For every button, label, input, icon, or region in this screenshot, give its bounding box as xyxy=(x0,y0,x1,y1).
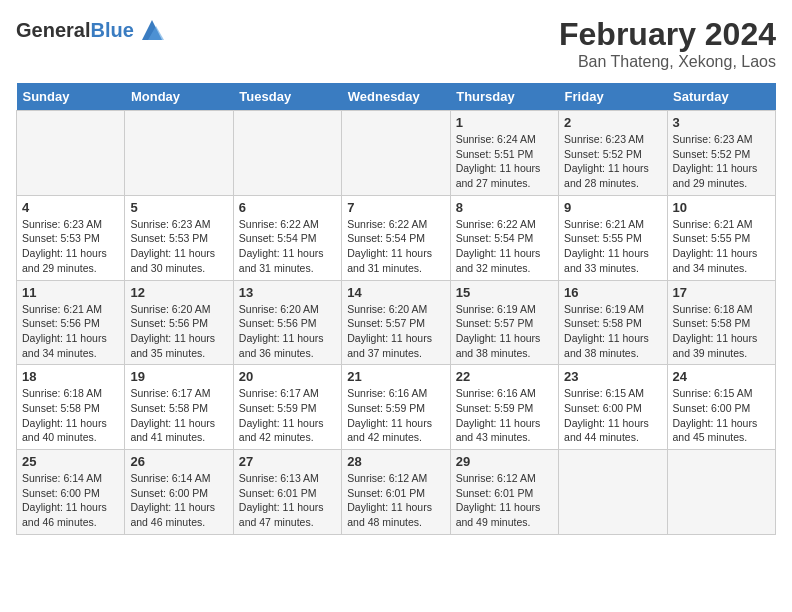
day-number: 5 xyxy=(130,200,227,215)
calendar-week-5: 25Sunrise: 6:14 AMSunset: 6:00 PMDayligh… xyxy=(17,450,776,535)
calendar-cell: 24Sunrise: 6:15 AMSunset: 6:00 PMDayligh… xyxy=(667,365,775,450)
calendar-week-4: 18Sunrise: 6:18 AMSunset: 5:58 PMDayligh… xyxy=(17,365,776,450)
day-info: Sunrise: 6:18 AMSunset: 5:58 PMDaylight:… xyxy=(22,386,119,445)
calendar-cell xyxy=(233,111,341,196)
day-info: Sunrise: 6:19 AMSunset: 5:57 PMDaylight:… xyxy=(456,302,553,361)
day-number: 10 xyxy=(673,200,770,215)
day-number: 1 xyxy=(456,115,553,130)
day-number: 29 xyxy=(456,454,553,469)
day-info: Sunrise: 6:22 AMSunset: 5:54 PMDaylight:… xyxy=(456,217,553,276)
calendar-cell: 26Sunrise: 6:14 AMSunset: 6:00 PMDayligh… xyxy=(125,450,233,535)
day-number: 19 xyxy=(130,369,227,384)
calendar-cell: 23Sunrise: 6:15 AMSunset: 6:00 PMDayligh… xyxy=(559,365,667,450)
day-info: Sunrise: 6:23 AMSunset: 5:53 PMDaylight:… xyxy=(22,217,119,276)
weekday-header-wednesday: Wednesday xyxy=(342,83,450,111)
calendar-cell: 17Sunrise: 6:18 AMSunset: 5:58 PMDayligh… xyxy=(667,280,775,365)
calendar-cell: 7Sunrise: 6:22 AMSunset: 5:54 PMDaylight… xyxy=(342,195,450,280)
day-number: 9 xyxy=(564,200,661,215)
calendar-cell: 18Sunrise: 6:18 AMSunset: 5:58 PMDayligh… xyxy=(17,365,125,450)
weekday-header-sunday: Sunday xyxy=(17,83,125,111)
day-number: 4 xyxy=(22,200,119,215)
day-info: Sunrise: 6:17 AMSunset: 5:59 PMDaylight:… xyxy=(239,386,336,445)
calendar-cell: 11Sunrise: 6:21 AMSunset: 5:56 PMDayligh… xyxy=(17,280,125,365)
day-info: Sunrise: 6:12 AMSunset: 6:01 PMDaylight:… xyxy=(456,471,553,530)
day-info: Sunrise: 6:21 AMSunset: 5:55 PMDaylight:… xyxy=(673,217,770,276)
day-info: Sunrise: 6:24 AMSunset: 5:51 PMDaylight:… xyxy=(456,132,553,191)
day-info: Sunrise: 6:15 AMSunset: 6:00 PMDaylight:… xyxy=(673,386,770,445)
calendar-cell: 4Sunrise: 6:23 AMSunset: 5:53 PMDaylight… xyxy=(17,195,125,280)
day-info: Sunrise: 6:22 AMSunset: 5:54 PMDaylight:… xyxy=(239,217,336,276)
day-info: Sunrise: 6:14 AMSunset: 6:00 PMDaylight:… xyxy=(22,471,119,530)
calendar-cell: 16Sunrise: 6:19 AMSunset: 5:58 PMDayligh… xyxy=(559,280,667,365)
calendar-cell: 25Sunrise: 6:14 AMSunset: 6:00 PMDayligh… xyxy=(17,450,125,535)
calendar-cell: 27Sunrise: 6:13 AMSunset: 6:01 PMDayligh… xyxy=(233,450,341,535)
logo-icon xyxy=(138,16,166,44)
day-info: Sunrise: 6:22 AMSunset: 5:54 PMDaylight:… xyxy=(347,217,444,276)
day-number: 3 xyxy=(673,115,770,130)
day-number: 27 xyxy=(239,454,336,469)
day-info: Sunrise: 6:23 AMSunset: 5:53 PMDaylight:… xyxy=(130,217,227,276)
day-info: Sunrise: 6:23 AMSunset: 5:52 PMDaylight:… xyxy=(673,132,770,191)
day-number: 18 xyxy=(22,369,119,384)
calendar-cell: 10Sunrise: 6:21 AMSunset: 5:55 PMDayligh… xyxy=(667,195,775,280)
day-number: 22 xyxy=(456,369,553,384)
weekday-header-monday: Monday xyxy=(125,83,233,111)
day-number: 21 xyxy=(347,369,444,384)
calendar-cell: 2Sunrise: 6:23 AMSunset: 5:52 PMDaylight… xyxy=(559,111,667,196)
day-number: 12 xyxy=(130,285,227,300)
day-info: Sunrise: 6:13 AMSunset: 6:01 PMDaylight:… xyxy=(239,471,336,530)
day-info: Sunrise: 6:20 AMSunset: 5:56 PMDaylight:… xyxy=(239,302,336,361)
day-number: 23 xyxy=(564,369,661,384)
weekday-header-thursday: Thursday xyxy=(450,83,558,111)
calendar-cell: 29Sunrise: 6:12 AMSunset: 6:01 PMDayligh… xyxy=(450,450,558,535)
day-number: 20 xyxy=(239,369,336,384)
calendar-week-1: 1Sunrise: 6:24 AMSunset: 5:51 PMDaylight… xyxy=(17,111,776,196)
logo-blue: Blue xyxy=(90,19,133,41)
weekday-header-tuesday: Tuesday xyxy=(233,83,341,111)
day-info: Sunrise: 6:23 AMSunset: 5:52 PMDaylight:… xyxy=(564,132,661,191)
calendar-cell: 8Sunrise: 6:22 AMSunset: 5:54 PMDaylight… xyxy=(450,195,558,280)
day-info: Sunrise: 6:21 AMSunset: 5:56 PMDaylight:… xyxy=(22,302,119,361)
calendar-cell xyxy=(17,111,125,196)
calendar-cell: 9Sunrise: 6:21 AMSunset: 5:55 PMDaylight… xyxy=(559,195,667,280)
calendar-week-3: 11Sunrise: 6:21 AMSunset: 5:56 PMDayligh… xyxy=(17,280,776,365)
day-number: 26 xyxy=(130,454,227,469)
day-number: 15 xyxy=(456,285,553,300)
calendar-cell: 3Sunrise: 6:23 AMSunset: 5:52 PMDaylight… xyxy=(667,111,775,196)
weekday-header-saturday: Saturday xyxy=(667,83,775,111)
day-number: 24 xyxy=(673,369,770,384)
weekday-header-row: SundayMondayTuesdayWednesdayThursdayFrid… xyxy=(17,83,776,111)
page-header: GeneralBlue February 2024 Ban Thateng, X… xyxy=(16,16,776,71)
day-info: Sunrise: 6:17 AMSunset: 5:58 PMDaylight:… xyxy=(130,386,227,445)
day-info: Sunrise: 6:21 AMSunset: 5:55 PMDaylight:… xyxy=(564,217,661,276)
calendar-table: SundayMondayTuesdayWednesdayThursdayFrid… xyxy=(16,83,776,535)
calendar-cell: 15Sunrise: 6:19 AMSunset: 5:57 PMDayligh… xyxy=(450,280,558,365)
day-info: Sunrise: 6:20 AMSunset: 5:56 PMDaylight:… xyxy=(130,302,227,361)
logo-general: General xyxy=(16,19,90,41)
calendar-cell xyxy=(125,111,233,196)
day-info: Sunrise: 6:20 AMSunset: 5:57 PMDaylight:… xyxy=(347,302,444,361)
weekday-header-friday: Friday xyxy=(559,83,667,111)
day-number: 7 xyxy=(347,200,444,215)
day-number: 17 xyxy=(673,285,770,300)
calendar-cell: 20Sunrise: 6:17 AMSunset: 5:59 PMDayligh… xyxy=(233,365,341,450)
calendar-cell: 5Sunrise: 6:23 AMSunset: 5:53 PMDaylight… xyxy=(125,195,233,280)
calendar-cell xyxy=(559,450,667,535)
calendar-cell: 14Sunrise: 6:20 AMSunset: 5:57 PMDayligh… xyxy=(342,280,450,365)
calendar-cell: 28Sunrise: 6:12 AMSunset: 6:01 PMDayligh… xyxy=(342,450,450,535)
day-number: 14 xyxy=(347,285,444,300)
calendar-cell: 22Sunrise: 6:16 AMSunset: 5:59 PMDayligh… xyxy=(450,365,558,450)
calendar-cell: 12Sunrise: 6:20 AMSunset: 5:56 PMDayligh… xyxy=(125,280,233,365)
logo: GeneralBlue xyxy=(16,16,166,44)
calendar-week-2: 4Sunrise: 6:23 AMSunset: 5:53 PMDaylight… xyxy=(17,195,776,280)
day-number: 2 xyxy=(564,115,661,130)
calendar-cell: 13Sunrise: 6:20 AMSunset: 5:56 PMDayligh… xyxy=(233,280,341,365)
calendar-cell xyxy=(667,450,775,535)
day-number: 25 xyxy=(22,454,119,469)
calendar-cell xyxy=(342,111,450,196)
day-number: 28 xyxy=(347,454,444,469)
day-info: Sunrise: 6:19 AMSunset: 5:58 PMDaylight:… xyxy=(564,302,661,361)
day-info: Sunrise: 6:18 AMSunset: 5:58 PMDaylight:… xyxy=(673,302,770,361)
calendar-cell: 6Sunrise: 6:22 AMSunset: 5:54 PMDaylight… xyxy=(233,195,341,280)
day-info: Sunrise: 6:16 AMSunset: 5:59 PMDaylight:… xyxy=(456,386,553,445)
